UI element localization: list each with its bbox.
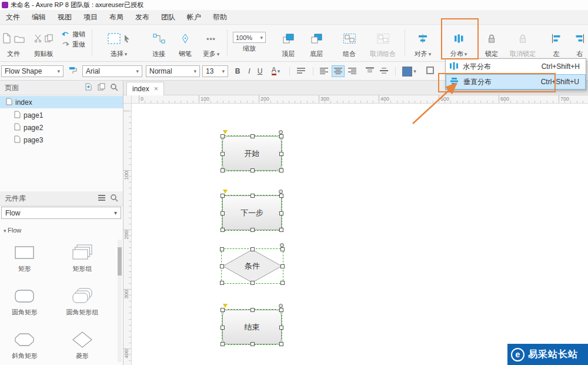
search-icon[interactable] [110,83,118,93]
resize-handle[interactable] [280,281,285,285]
clipboard-tools[interactable]: 剪贴板 [28,29,59,58]
menu-item-layout[interactable]: 布局 [103,10,129,24]
resize-handle[interactable] [220,308,225,312]
resize-handle[interactable] [280,247,285,251]
resize-handle[interactable] [279,228,283,232]
text-align-center-button[interactable] [332,65,345,77]
resize-handle[interactable] [280,264,285,268]
flow-widget-condition[interactable]: 条件 [222,249,283,283]
redo-button[interactable]: 重做 [61,39,89,49]
format-painter-button[interactable] [67,65,79,77]
valign-middle-button[interactable] [377,65,390,77]
flow-widget-next[interactable]: 下一步 [222,195,282,230]
page-options-icon[interactable] [98,83,105,92]
library-scrollbar[interactable] [118,240,122,362]
menu-item-view[interactable]: 视图 [52,10,78,24]
align-button[interactable]: 对齐 [408,29,437,58]
page-tree-item-page2[interactable]: page2 [0,121,123,134]
menu-item-vertical-distribute[interactable]: 垂直分布 Ctrl+Shift+U [446,74,586,89]
file-tools[interactable]: 文件 [1,29,26,58]
menu-item-edit[interactable]: 编辑 [26,10,52,24]
copy-icon[interactable] [45,34,53,44]
font-color-button[interactable]: A [267,65,285,77]
resize-handle[interactable] [279,211,283,215]
resize-handle[interactable] [220,211,225,215]
underline-button[interactable]: U [254,65,266,77]
component-rectangle-group[interactable]: 矩形组 [60,243,105,273]
send-to-back-button[interactable]: 底层 [303,29,329,58]
lock-button[interactable]: 锁定 [480,29,503,58]
bring-to-front-button[interactable]: 顶层 [275,29,301,58]
resize-handle[interactable] [250,247,255,251]
font-family-select[interactable]: Arial [82,65,142,77]
select-frame-icon[interactable] [108,33,121,45]
menu-item-horizontal-distribute[interactable]: 水平分布 Ctrl+Shift+H [446,59,586,74]
text-align-left-button[interactable] [318,65,330,77]
component-rectangle[interactable]: 矩形 [2,243,47,273]
border-style-button[interactable] [423,65,436,77]
component-bevel-rectangle[interactable]: 斜角矩形 [2,330,47,360]
resize-handle[interactable] [220,264,224,268]
resize-handle[interactable] [279,168,283,172]
bullet-list-button[interactable] [294,65,308,77]
resize-handle[interactable] [279,326,283,330]
resize-handle[interactable] [220,228,225,232]
italic-button[interactable]: I [243,65,255,77]
resize-handle[interactable] [220,326,225,330]
align-left-button[interactable]: 左 [546,29,567,58]
search-icon[interactable] [110,194,118,204]
menu-item-account[interactable]: 帐户 [181,10,207,24]
group-button[interactable]: 组合 [336,29,362,58]
component-diamond[interactable]: 菱形 [60,330,105,360]
library-menu-icon[interactable] [98,194,105,203]
undo-button[interactable]: 撤销 [61,29,89,39]
resize-handle[interactable] [250,134,255,138]
canvas-area[interactable]: index 0 100 200 300 400 500 600 700 100 … [123,81,588,365]
resize-handle[interactable] [279,194,283,198]
bold-button[interactable]: B [232,65,243,77]
ungroup-button[interactable]: 取消组合 [365,29,401,58]
resize-handle[interactable] [279,308,283,312]
resize-handle[interactable] [220,152,225,156]
add-page-icon[interactable] [85,83,93,92]
open-file-icon[interactable] [14,34,25,44]
resize-handle[interactable] [250,228,255,232]
unlock-button[interactable]: 取消锁定 [505,29,541,58]
select-tool[interactable]: 选择 [95,29,142,58]
menu-item-project[interactable]: 项目 [78,10,103,24]
pen-tool[interactable]: 钢笔 [173,29,198,58]
new-file-icon[interactable] [2,33,11,45]
resize-handle[interactable] [250,168,255,172]
shape-style-select[interactable]: Flow Shape [1,65,64,77]
resize-handle[interactable] [279,134,283,138]
resize-handle[interactable] [250,308,255,312]
cursor-icon[interactable] [123,34,131,44]
resize-handle[interactable] [250,342,255,346]
connect-tool[interactable]: 连接 [145,29,173,58]
zoom-select[interactable]: 100% [233,32,266,43]
menu-item-publish[interactable]: 发布 [129,10,155,24]
page-tree-item-page3[interactable]: page3 [0,134,123,146]
component-rounded-rectangle-group[interactable]: 圆角矩形组 [60,287,105,317]
distribute-button[interactable]: 分布 [442,29,475,58]
resize-handle[interactable] [250,281,255,285]
page-tree-item-page1[interactable]: page1 [0,109,123,121]
cut-icon[interactable] [34,34,42,44]
resize-handle[interactable] [279,152,283,156]
page-tree-item-index[interactable]: index [0,96,123,108]
menu-item-help[interactable]: 帮助 [207,10,233,24]
resize-handle[interactable] [220,281,224,285]
menu-item-team[interactable]: 团队 [155,10,181,24]
menu-item-file[interactable]: 文件 [0,10,26,24]
tab-close-icon[interactable] [154,86,159,92]
resize-handle[interactable] [279,342,283,346]
text-align-right-button[interactable] [346,65,359,77]
resize-handle[interactable] [220,342,225,346]
component-rounded-rectangle[interactable]: 圆角矩形 [2,287,47,317]
more-tools[interactable]: ••• 更多 [198,29,225,58]
valign-top-button[interactable] [363,65,376,77]
resize-handle[interactable] [220,168,225,172]
flow-widget-start[interactable]: 开始 [222,136,282,171]
library-section-header[interactable]: Flow [4,227,21,234]
font-weight-select[interactable]: Normal [146,65,200,77]
